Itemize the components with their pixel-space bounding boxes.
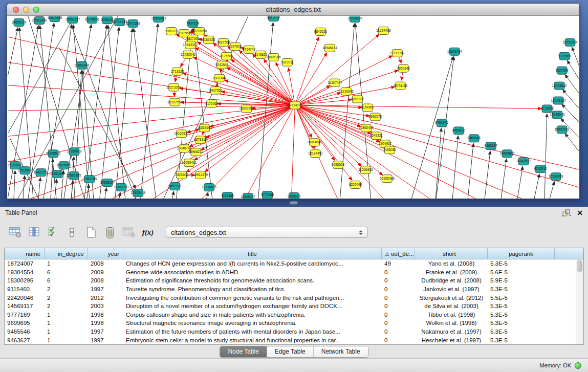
table-cell[interactable]: 18300295 bbox=[5, 277, 45, 283]
table-row[interactable]: 911546021997Tourette syndrome. Phenomeno… bbox=[5, 285, 576, 294]
graph-node[interactable]: 9857791 bbox=[168, 183, 182, 190]
table-cell[interactable]: 0 bbox=[382, 320, 415, 326]
graph-edge[interactable] bbox=[8, 28, 18, 199]
network-window[interactable]: citations_edges.txt 24055724206914061604… bbox=[7, 3, 580, 199]
graph-node[interactable]: 15716485 bbox=[202, 184, 216, 191]
graph-edge[interactable] bbox=[113, 105, 295, 199]
graph-node[interactable]: 16955988 bbox=[380, 175, 395, 183]
graph-node[interactable]: 8454749 bbox=[243, 46, 256, 53]
table-cell[interactable]: 1 bbox=[45, 329, 88, 335]
graph-edge[interactable] bbox=[292, 105, 295, 199]
graph-edge[interactable] bbox=[340, 24, 354, 199]
close-window-button[interactable] bbox=[13, 7, 19, 13]
zoom-window-button[interactable] bbox=[33, 7, 39, 13]
table-cell[interactable]: 2009 bbox=[88, 269, 123, 275]
table-cell[interactable]: Tourette syndrome. Phenomenology and cla… bbox=[123, 286, 382, 292]
graph-edge[interactable] bbox=[545, 114, 547, 199]
table-cell[interactable]: 5.3E-5 bbox=[488, 320, 555, 326]
graph-node[interactable]: 12103459 bbox=[549, 173, 563, 181]
table-cell[interactable]: 0 bbox=[382, 312, 415, 318]
float-panel-icon[interactable] bbox=[561, 209, 572, 217]
graph-edge[interactable] bbox=[295, 105, 361, 166]
table-cell[interactable]: 1 bbox=[45, 337, 88, 343]
graph-node[interactable]: 16671388 bbox=[125, 19, 140, 27]
graph-edge[interactable] bbox=[205, 105, 295, 172]
table-cell[interactable]: 18724007 bbox=[5, 260, 45, 267]
table-cell[interactable]: 9777169 bbox=[5, 312, 45, 318]
graph-node[interactable]: 9098568 bbox=[332, 161, 345, 169]
graph-node[interactable]: 9699695 bbox=[288, 193, 301, 199]
table-row[interactable]: 946554611997Estimation of the future num… bbox=[5, 327, 576, 336]
table-cell[interactable]: 5.9E-5 bbox=[488, 277, 555, 283]
table-cell[interactable]: Jankovic et al. (1997) bbox=[415, 286, 488, 292]
table-cell[interactable]: 9463627 bbox=[5, 337, 45, 343]
table-cell[interactable]: 5.5E-5 bbox=[488, 295, 555, 301]
graph-node[interactable]: 15885206 bbox=[266, 53, 281, 61]
graph-edge[interactable] bbox=[193, 57, 295, 105]
table-cell[interactable]: 0 bbox=[382, 303, 415, 309]
table-cell[interactable]: 0 bbox=[382, 286, 415, 292]
graph-edge[interactable] bbox=[295, 105, 579, 170]
graph-node[interactable]: 24055724 bbox=[12, 18, 27, 26]
graph-node[interactable]: 16043592 bbox=[516, 158, 531, 165]
graph-edge[interactable] bbox=[436, 57, 454, 199]
table-cell[interactable]: 1 bbox=[45, 312, 88, 318]
table-row[interactable]: 969969511998Structural magnetic resonanc… bbox=[5, 319, 576, 327]
graph-node[interactable]: 9827508 bbox=[217, 38, 230, 46]
table-cell[interactable]: 2003 bbox=[88, 303, 123, 309]
graph-edge[interactable] bbox=[258, 23, 273, 199]
graph-edge[interactable] bbox=[183, 73, 295, 105]
graph-edge[interactable] bbox=[295, 105, 579, 188]
graph-edge[interactable] bbox=[295, 34, 379, 105]
graph-node[interactable]: 10654822 bbox=[500, 150, 515, 158]
tab-edge-table[interactable]: Edge Table bbox=[267, 346, 313, 357]
table-cell[interactable]: 5.6E-5 bbox=[488, 269, 555, 275]
table-cell[interactable]: Wolkin et al. (1998) bbox=[415, 320, 488, 326]
graph-node[interactable]: 7957224 bbox=[186, 19, 200, 27]
graph-node[interactable]: 15276061 bbox=[84, 16, 99, 23]
table-cell[interactable]: Structural magnetic resonance image aver… bbox=[123, 320, 382, 326]
table-cell[interactable]: Embryonic stem cells: a model to study s… bbox=[123, 337, 382, 343]
graph-edge[interactable] bbox=[565, 75, 579, 93]
graph-node[interactable]: 20691406 bbox=[32, 16, 47, 24]
column-header[interactable]: in_degree bbox=[45, 248, 88, 259]
table-row[interactable]: 1938455462009Genome-wide association stu… bbox=[5, 268, 576, 277]
tab-network-table[interactable]: Network Table bbox=[313, 346, 368, 357]
column-visibility-button[interactable] bbox=[26, 225, 42, 240]
graph-node[interactable]: 12213357 bbox=[166, 83, 181, 91]
graph-node[interactable]: 11451942 bbox=[50, 170, 65, 178]
graph-edge[interactable] bbox=[100, 27, 119, 199]
network-view-canvas[interactable]: 2405572420691406160409951065325715276061… bbox=[8, 16, 579, 199]
graph-node[interactable]: 18545454 bbox=[322, 44, 337, 52]
table-cell[interactable]: 14569117 bbox=[5, 303, 45, 309]
graph-edge[interactable] bbox=[295, 105, 521, 199]
column-header[interactable]: pagerank bbox=[488, 248, 555, 259]
panel-splitter-handle[interactable] bbox=[290, 201, 298, 205]
graph-edge[interactable] bbox=[565, 134, 579, 151]
table-cell[interactable]: Genome-wide association studies in ADHD. bbox=[123, 269, 382, 275]
table-cell[interactable]: 5.3E-5 bbox=[488, 337, 555, 343]
table-cell[interactable]: 0 bbox=[382, 295, 415, 301]
graph-node[interactable]: 9463627 bbox=[485, 142, 498, 150]
graph-node[interactable]: 16053803 bbox=[151, 16, 166, 22]
column-header[interactable]: name bbox=[5, 248, 45, 259]
table-cell[interactable]: 5.3E-5 bbox=[488, 329, 555, 335]
graph-edge[interactable] bbox=[295, 105, 541, 109]
graph-node[interactable]: 7425402 bbox=[175, 171, 188, 179]
graph-edge[interactable] bbox=[501, 159, 507, 199]
graph-edge[interactable] bbox=[172, 191, 174, 199]
table-cell[interactable]: 2008 bbox=[88, 277, 123, 283]
graph-edge[interactable] bbox=[550, 182, 554, 199]
graph-node[interactable]: 9322031 bbox=[281, 58, 294, 66]
table-cell[interactable]: 1998 bbox=[88, 320, 123, 326]
graph-node[interactable]: 20206576 bbox=[46, 150, 61, 158]
table-cell[interactable]: Tibbo et al. (1998) bbox=[415, 312, 488, 318]
graph-edge[interactable] bbox=[134, 29, 156, 199]
table-cell[interactable]: 9115460 bbox=[5, 286, 45, 292]
graph-edge[interactable] bbox=[227, 68, 295, 105]
graph-node[interactable]: 9146821 bbox=[254, 51, 268, 58]
graph-node[interactable]: 14569117 bbox=[241, 193, 255, 199]
graph-node[interactable]: 9245012 bbox=[534, 165, 547, 173]
column-header[interactable]: short bbox=[415, 248, 488, 259]
table-cell[interactable]: 9465546 bbox=[5, 329, 45, 335]
